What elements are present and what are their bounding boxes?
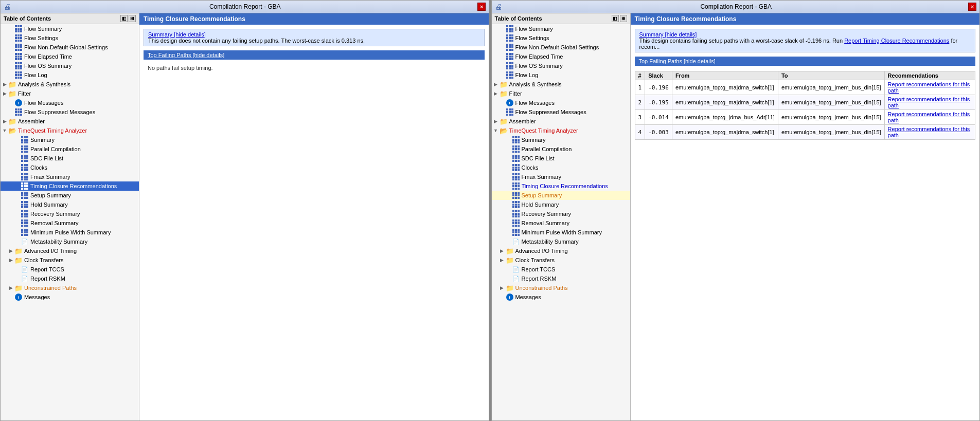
right-item-flow-log[interactable]: Flow Log <box>492 70 630 80</box>
right-title-bar: 🖨 Compilation Report - GBA ✕ <box>492 1 980 13</box>
right-close-button[interactable]: ✕ <box>968 3 976 11</box>
right-summary-link[interactable]: Report Timing Closure Recommendations <box>844 38 949 44</box>
right-item-recovery-summary[interactable]: Recovery Summary <box>492 209 630 218</box>
left-icon-parallel <box>21 145 29 153</box>
right-item-flow-non-default[interactable]: Flow Non-Default Global Settings <box>492 43 630 52</box>
left-item-summary[interactable]: Summary <box>1 135 139 144</box>
left-item-clocks[interactable]: Clocks <box>1 163 139 172</box>
left-item-flow-non-default[interactable]: Flow Non-Default Global Settings <box>1 43 139 52</box>
right-item-report-tccs[interactable]: 📄 Report TCCS <box>492 265 630 274</box>
left-item-removal-summary[interactable]: Removal Summary <box>1 218 139 228</box>
left-icon-clocks <box>21 163 29 172</box>
right-item-parallel[interactable]: Parallel Compilation <box>492 144 630 154</box>
left-expand-flow-messages <box>8 100 14 106</box>
right-icon-fitter: 📁 <box>500 89 508 98</box>
left-item-flow-summary[interactable]: Flow Summary <box>1 24 139 33</box>
left-item-report-tccs[interactable]: 📄 Report TCCS <box>1 265 139 274</box>
right-sidebar-icon-2[interactable]: ⊞ <box>620 15 627 22</box>
left-item-flow-os[interactable]: Flow OS Summary <box>1 61 139 70</box>
left-expand-report-rskm <box>14 276 20 282</box>
right-item-removal-summary[interactable]: Removal Summary <box>492 218 630 228</box>
left-item-advanced-io[interactable]: ▶ 📁 Advanced I/O Timing <box>1 246 139 255</box>
left-expand-sdc <box>14 155 20 161</box>
right-label-hold-summary: Hold Summary <box>522 202 559 208</box>
left-item-fitter[interactable]: ▶ 📁 Fitter <box>1 89 139 98</box>
left-label-removal-summary: Removal Summary <box>30 220 79 226</box>
right-item-clock-transfers[interactable]: ▶ 📁 Clock Transfers <box>492 255 630 265</box>
right-table-container: # Slack From To Recommendations 1 -0.196 <box>635 69 976 142</box>
right-item-analysis[interactable]: ▶ 📁 Analysis & Synthesis <box>492 80 630 89</box>
left-item-flow-messages[interactable]: i Flow Messages <box>1 98 139 107</box>
left-item-parallel[interactable]: Parallel Compilation <box>1 144 139 154</box>
left-item-flow-log[interactable]: Flow Log <box>1 70 139 80</box>
right-item-flow-suppressed[interactable]: Flow Suppressed Messages <box>492 107 630 117</box>
left-item-assembler[interactable]: ▶ 📁 Assembler <box>1 117 139 126</box>
right-item-unconstrained[interactable]: ▶ 📁 Unconstrained Paths <box>492 283 630 292</box>
left-item-flow-settings[interactable]: Flow Settings <box>1 33 139 43</box>
left-item-timequest[interactable]: ▼ 📂 TimeQuest Timing Analyzer <box>1 126 139 135</box>
left-item-analysis[interactable]: ▶ 📁 Analysis & Synthesis <box>1 80 139 89</box>
right-item-metastability[interactable]: 📄 Metastability Summary <box>492 237 630 246</box>
right-icon-analysis: 📁 <box>500 80 508 88</box>
left-summary-label[interactable]: Summary [hide details] <box>148 31 206 38</box>
left-item-unconstrained[interactable]: ▶ 📁 Unconstrained Paths <box>1 283 139 292</box>
right-item-fmax[interactable]: Fmax Summary <box>492 172 630 181</box>
left-item-messages[interactable]: i Messages <box>1 292 139 302</box>
left-item-timing-closure[interactable]: Timing Closure Recommendations <box>1 181 139 191</box>
right-summary-label[interactable]: Summary [hide details] <box>639 31 697 38</box>
left-expand-report-tccs <box>14 266 20 272</box>
right-icon-report-rskm: 📄 <box>512 274 520 283</box>
left-close-button[interactable]: ✕ <box>477 3 486 11</box>
right-item-clocks[interactable]: Clocks <box>492 163 630 172</box>
right-label-report-rskm: Report RSKM <box>522 276 557 282</box>
right-label-flow-log: Flow Log <box>515 72 539 78</box>
right-item-hold-summary[interactable]: Hold Summary <box>492 200 630 209</box>
left-expand-metastability <box>14 239 20 245</box>
left-top-failing-label[interactable]: Top Failing Paths [hide details] <box>148 52 224 58</box>
cell-rec-4[interactable]: Report recommendations for this path <box>884 125 975 140</box>
right-item-timequest[interactable]: ▼ 📂 TimeQuest Timing Analyzer <box>492 126 630 135</box>
right-item-flow-settings[interactable]: Flow Settings <box>492 33 630 43</box>
left-expand-analysis: ▶ <box>2 81 8 87</box>
left-icon-hold-summary <box>21 200 29 209</box>
left-item-flow-elapsed[interactable]: Flow Elapsed Time <box>1 52 139 61</box>
right-item-setup-summary[interactable]: Setup Summary <box>492 191 630 200</box>
right-item-advanced-io[interactable]: ▶ 📁 Advanced I/O Timing <box>492 246 630 255</box>
right-sidebar-icon-1[interactable]: ◧ <box>612 15 619 22</box>
right-item-flow-summary[interactable]: Flow Summary <box>492 24 630 33</box>
left-item-clock-transfers[interactable]: ▶ 📁 Clock Transfers <box>1 255 139 265</box>
left-item-flow-suppressed[interactable]: Flow Suppressed Messages <box>1 107 139 117</box>
left-expand-flow-log <box>8 72 14 78</box>
left-item-report-rskm[interactable]: 📄 Report RSKM <box>1 274 139 283</box>
left-sidebar-icon-1[interactable]: ◧ <box>120 15 128 22</box>
left-item-metastability[interactable]: 📄 Metastability Summary <box>1 237 139 246</box>
right-item-summary[interactable]: Summary <box>492 135 630 144</box>
cell-rec-3[interactable]: Report recommendations for this path <box>884 110 975 125</box>
left-item-sdc[interactable]: SDC File List <box>1 154 139 163</box>
right-item-flow-elapsed[interactable]: Flow Elapsed Time <box>492 52 630 61</box>
right-item-flow-messages[interactable]: i Flow Messages <box>492 98 630 107</box>
right-icon-sdc <box>512 154 520 162</box>
left-item-setup-summary[interactable]: Setup Summary <box>1 191 139 200</box>
right-item-assembler[interactable]: ▶ 📁 Assembler <box>492 117 630 126</box>
left-label-flow-suppressed: Flow Suppressed Messages <box>24 109 95 115</box>
left-item-min-pulse[interactable]: Minimum Pulse Width Summary <box>1 228 139 237</box>
right-item-report-rskm[interactable]: 📄 Report RSKM <box>492 274 630 283</box>
right-expand-advanced-io: ▶ <box>499 248 505 254</box>
right-item-flow-os[interactable]: Flow OS Summary <box>492 61 630 70</box>
cell-rec-1[interactable]: Report recommendations for this path <box>884 80 975 95</box>
right-top-failing-label[interactable]: Top Failing Paths [hide details] <box>639 58 716 64</box>
right-label-flow-suppressed: Flow Suppressed Messages <box>515 109 586 115</box>
right-item-messages[interactable]: i Messages <box>492 292 630 302</box>
left-item-fmax[interactable]: Fmax Summary <box>1 172 139 181</box>
right-item-sdc[interactable]: SDC File List <box>492 154 630 163</box>
right-item-fitter[interactable]: ▶ 📁 Fitter <box>492 89 630 98</box>
right-icon-flow-non-default <box>506 43 514 51</box>
left-sidebar-icon-2[interactable]: ⊞ <box>129 15 136 22</box>
right-expand-flow-log <box>499 72 505 78</box>
left-item-recovery-summary[interactable]: Recovery Summary <box>1 209 139 218</box>
right-item-min-pulse[interactable]: Minimum Pulse Width Summary <box>492 228 630 237</box>
right-item-timing-closure[interactable]: Timing Closure Recommendations <box>492 181 630 191</box>
left-item-hold-summary[interactable]: Hold Summary <box>1 200 139 209</box>
cell-rec-2[interactable]: Report recommendations for this path <box>884 95 975 110</box>
